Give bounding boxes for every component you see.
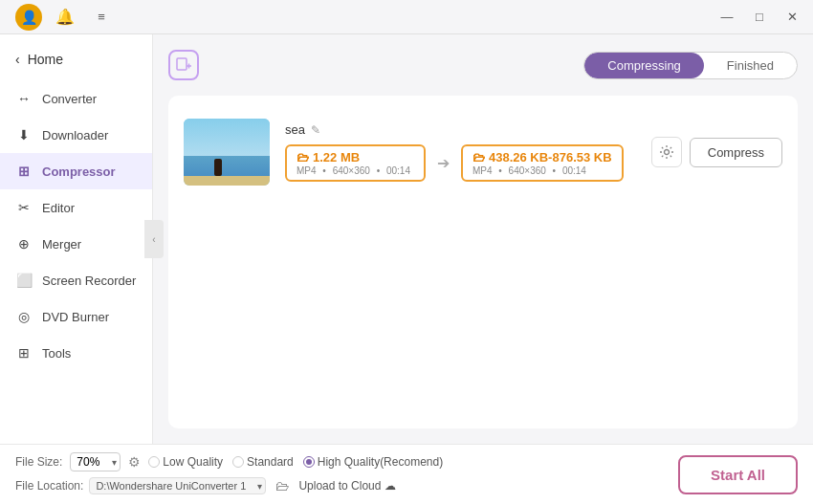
editor-icon: ✂ (15, 199, 33, 216)
quality-low[interactable]: Low Quality (148, 455, 223, 469)
browse-folder-btn[interactable]: 🗁 (272, 475, 293, 496)
editor-label: Editor (42, 201, 75, 215)
tab-finished[interactable]: Finished (704, 53, 797, 78)
file-thumbnail (184, 119, 270, 186)
add-file-icon (168, 50, 199, 80)
quality-options: Low Quality Standard High Quality(Recome… (148, 455, 443, 469)
file-info: sea ✎ 🗁 1.22 MB MP4 • (285, 122, 636, 182)
file-sizes: 🗁 1.22 MB MP4 • 640×360 • 00:14 (285, 144, 636, 182)
bottom-bar: File Size: 70% 50% 30% 90% ⚙ Low Quality… (0, 444, 813, 504)
svg-point-3 (664, 150, 669, 155)
original-size-box: 🗁 1.22 MB MP4 • 640×360 • 00:14 (285, 144, 426, 182)
sidebar-item-compressor[interactable]: ⊞ Compressor (0, 153, 152, 189)
compressor-label: Compressor (42, 164, 116, 179)
sidebar: ‹ Home ↔ Converter ⬇ Downloader ⊞ Compre… (0, 34, 153, 444)
compressed-size-value: 🗁 438.26 KB-876.53 KB (472, 150, 612, 164)
titlebar-icons: 👤 🔔 ≡ (15, 4, 115, 31)
content-header: Compressing Finished (168, 50, 798, 80)
quality-low-label: Low Quality (163, 455, 223, 469)
file-size-select[interactable]: 70% 50% 30% 90% (70, 452, 121, 471)
merger-label: Merger (42, 237, 81, 252)
sidebar-item-editor[interactable]: ✂ Editor (0, 189, 152, 226)
radio-standard-circle (232, 456, 244, 468)
user-avatar-btn[interactable]: 👤 (15, 4, 42, 31)
file-size-select-wrapper: 70% 50% 30% 90% (70, 452, 121, 471)
quality-high-label: High Quality(Recomend) (318, 455, 443, 469)
sidebar-collapse-btn[interactable]: ‹ (144, 220, 164, 258)
start-all-button[interactable]: Start All (678, 455, 798, 494)
original-meta: MP4 • 640×360 • 00:14 (297, 165, 414, 176)
converter-icon: ↔ (15, 90, 33, 107)
minimize-btn[interactable]: — (714, 4, 740, 31)
svg-rect-0 (177, 58, 187, 70)
file-location-label: File Location: (15, 479, 83, 493)
sidebar-item-downloader[interactable]: ⬇ Downloader (0, 117, 152, 153)
file-name: sea (285, 122, 305, 137)
converter-label: Converter (42, 92, 97, 106)
edit-name-icon[interactable]: ✎ (311, 123, 320, 137)
file-size-label: File Size: (15, 455, 62, 469)
screen-recorder-label: Screen Recorder (42, 274, 136, 288)
window-controls: — □ ✕ (714, 4, 805, 31)
original-size-value: 🗁 1.22 MB (297, 150, 360, 164)
tab-compressing[interactable]: Compressing (584, 53, 704, 78)
upload-cloud-label: Upload to Cloud (298, 479, 381, 493)
sidebar-item-merger[interactable]: ⊕ Merger (0, 226, 152, 262)
file-location-select[interactable]: D:\Wondershare UniConverter 1 (89, 477, 266, 494)
quality-standard-label: Standard (247, 455, 294, 469)
cloud-icon: ☁ (385, 479, 396, 493)
table-row: sea ✎ 🗁 1.22 MB MP4 • (184, 111, 782, 193)
dvd-burner-label: DVD Burner (42, 310, 109, 324)
main-content: Compressing Finished sea ✎ (153, 34, 813, 444)
compressed-size-box: 🗁 438.26 KB-876.53 KB MP4 • 640×360 • 00… (461, 144, 624, 182)
file-location-select-wrapper: D:\Wondershare UniConverter 1 (89, 477, 266, 494)
merger-icon: ⊕ (15, 235, 33, 252)
file-size-row: File Size: 70% 50% 30% 90% ⚙ Low Quality… (15, 452, 443, 471)
radio-low-circle (148, 456, 160, 468)
sidebar-item-converter[interactable]: ↔ Converter (0, 80, 152, 117)
maximize-btn[interactable]: □ (746, 4, 773, 31)
back-arrow-icon: ‹ (15, 52, 20, 67)
tools-icon: ⊞ (15, 344, 33, 362)
file-location-row: File Location: D:\Wondershare UniConvert… (15, 475, 443, 496)
arrow-right-icon: ➔ (437, 154, 450, 172)
compressor-icon: ⊞ (15, 163, 33, 180)
downloader-label: Downloader (42, 128, 108, 142)
compressed-meta: MP4 • 640×360 • 00:14 (472, 165, 590, 176)
compress-settings-btn[interactable] (651, 137, 682, 167)
titlebar: 👤 🔔 ≡ — □ ✕ (0, 0, 813, 34)
add-file-btn[interactable] (168, 50, 199, 80)
quality-settings-icon: ⚙ (128, 454, 141, 470)
upload-cloud-btn[interactable]: Upload to Cloud ☁ (298, 479, 396, 493)
app-body: ‹ Home ↔ Converter ⬇ Downloader ⊞ Compre… (0, 34, 813, 444)
hamburger-btn[interactable]: ≡ (88, 4, 115, 31)
sidebar-item-screen-recorder[interactable]: ⬜ Screen Recorder (0, 262, 152, 298)
sidebar-item-dvd-burner[interactable]: ◎ DVD Burner (0, 298, 152, 335)
home-label: Home (28, 52, 63, 67)
sidebar-item-tools[interactable]: ⊞ Tools (0, 335, 152, 371)
bottom-left-panel: File Size: 70% 50% 30% 90% ⚙ Low Quality… (15, 452, 443, 496)
screen-recorder-icon: ⬜ (15, 272, 33, 289)
close-btn[interactable]: ✕ (779, 4, 805, 31)
quality-high[interactable]: High Quality(Recomend) (303, 455, 443, 469)
tools-label: Tools (42, 346, 71, 361)
notification-btn[interactable]: 🔔 (52, 4, 78, 31)
compress-actions: Compress (651, 137, 782, 167)
dvd-burner-icon: ◎ (15, 308, 33, 325)
compress-button[interactable]: Compress (690, 138, 782, 167)
quality-standard[interactable]: Standard (232, 455, 294, 469)
folder-icon-comp: 🗁 (472, 150, 485, 164)
file-name-row: sea ✎ (285, 122, 636, 137)
folder-icon-orig: 🗁 (297, 150, 309, 164)
radio-high-circle (303, 456, 315, 468)
file-area: sea ✎ 🗁 1.22 MB MP4 • (168, 96, 798, 428)
tab-switcher: Compressing Finished (583, 52, 798, 79)
sidebar-home[interactable]: ‹ Home (0, 42, 152, 77)
downloader-icon: ⬇ (15, 126, 33, 143)
